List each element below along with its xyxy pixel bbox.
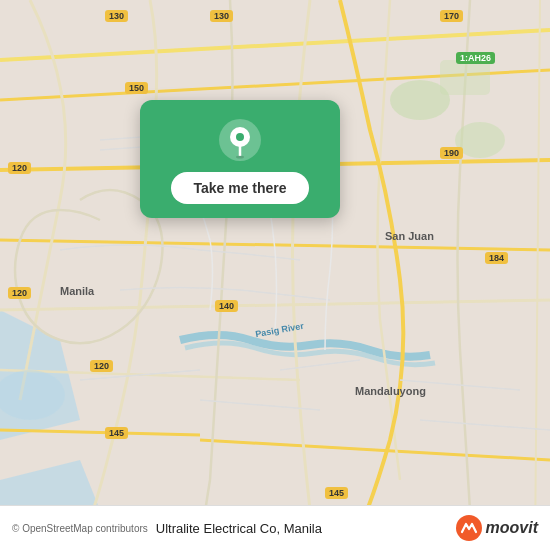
road-number-130a: 130 <box>105 10 128 22</box>
road-number-184: 184 <box>485 252 508 264</box>
moovit-text: moovit <box>486 519 538 537</box>
road-number-120b: 120 <box>8 287 31 299</box>
road-number-150: 150 <box>125 82 148 94</box>
road-number-130b: 130 <box>210 10 233 22</box>
map-container: Manila San Juan Mandaluyong Pasig River … <box>0 0 550 550</box>
road-number-145a: 145 <box>105 427 128 439</box>
road-number-120c: 120 <box>90 360 113 372</box>
svg-line-6 <box>0 300 550 310</box>
svg-line-13 <box>200 400 320 410</box>
map-roads <box>0 0 550 550</box>
moovit-icon <box>455 514 483 542</box>
location-pin-icon <box>218 118 262 162</box>
road-number-120a: 120 <box>8 162 31 174</box>
take-me-there-button[interactable]: Take me there <box>171 172 308 204</box>
road-number-190: 190 <box>440 147 463 159</box>
moovit-logo: moovit <box>455 514 538 542</box>
svg-line-15 <box>400 380 520 390</box>
svg-line-14 <box>280 360 360 370</box>
location-card: Take me there <box>140 100 340 218</box>
svg-line-16 <box>420 420 550 430</box>
svg-point-23 <box>236 133 244 141</box>
bottom-bar: © OpenStreetMap contributors Ultralite E… <box>0 505 550 550</box>
road-number-170: 170 <box>440 10 463 22</box>
road-number-140b: 140 <box>215 300 238 312</box>
svg-line-9 <box>200 440 550 460</box>
map-attribution: © OpenStreetMap contributors <box>12 523 148 534</box>
road-number-145b: 145 <box>325 487 348 499</box>
road-number-1ah26: 1:AH26 <box>456 52 495 64</box>
svg-rect-19 <box>440 60 490 95</box>
svg-point-24 <box>236 156 244 159</box>
place-name: Ultralite Electrical Co, Manila <box>156 521 455 536</box>
